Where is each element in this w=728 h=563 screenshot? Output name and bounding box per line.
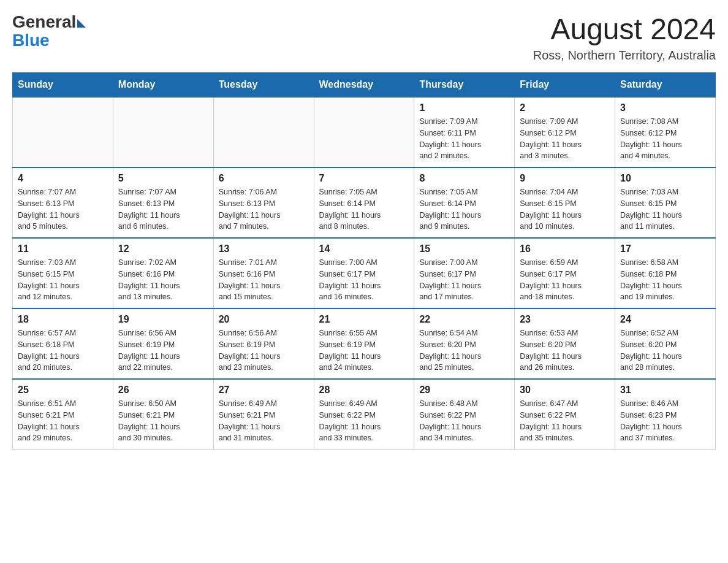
calendar-cell <box>113 97 213 167</box>
day-info: Sunrise: 7:07 AM Sunset: 6:13 PM Dayligh… <box>118 186 208 232</box>
day-number: 17 <box>620 243 710 255</box>
calendar-table: SundayMondayTuesdayWednesdayThursdayFrid… <box>12 72 716 450</box>
day-number: 9 <box>520 173 610 184</box>
logo-general-text: General <box>12 12 76 32</box>
day-number: 20 <box>219 314 309 325</box>
day-number: 26 <box>118 385 208 396</box>
calendar-cell: 26Sunrise: 6:50 AM Sunset: 6:21 PM Dayli… <box>113 379 213 450</box>
calendar-cell: 6Sunrise: 7:06 AM Sunset: 6:13 PM Daylig… <box>213 167 314 238</box>
day-info: Sunrise: 7:07 AM Sunset: 6:13 PM Dayligh… <box>18 186 108 232</box>
day-number: 19 <box>118 314 208 325</box>
day-info: Sunrise: 6:48 AM Sunset: 6:22 PM Dayligh… <box>419 398 509 444</box>
day-number: 1 <box>419 102 509 113</box>
calendar-cell: 14Sunrise: 7:00 AM Sunset: 6:17 PM Dayli… <box>314 238 414 308</box>
calendar-cell: 9Sunrise: 7:04 AM Sunset: 6:15 PM Daylig… <box>515 167 615 238</box>
location-subtitle: Ross, Northern Territory, Australia <box>533 48 716 63</box>
calendar-cell <box>213 97 314 167</box>
logo: General Blue <box>12 12 86 50</box>
day-info: Sunrise: 7:02 AM Sunset: 6:16 PM Dayligh… <box>118 257 208 303</box>
calendar-cell: 16Sunrise: 6:59 AM Sunset: 6:17 PM Dayli… <box>515 238 615 308</box>
day-number: 30 <box>520 385 610 396</box>
calendar-cell: 25Sunrise: 6:51 AM Sunset: 6:21 PM Dayli… <box>13 379 113 450</box>
calendar-cell: 7Sunrise: 7:05 AM Sunset: 6:14 PM Daylig… <box>314 167 414 238</box>
day-number: 24 <box>620 314 710 325</box>
calendar-cell: 5Sunrise: 7:07 AM Sunset: 6:13 PM Daylig… <box>113 167 213 238</box>
day-number: 14 <box>319 243 409 255</box>
day-number: 22 <box>419 314 509 325</box>
calendar-cell: 15Sunrise: 7:00 AM Sunset: 6:17 PM Dayli… <box>414 238 515 308</box>
calendar-cell: 23Sunrise: 6:53 AM Sunset: 6:20 PM Dayli… <box>515 308 615 379</box>
day-info: Sunrise: 6:56 AM Sunset: 6:19 PM Dayligh… <box>219 327 309 373</box>
day-info: Sunrise: 7:05 AM Sunset: 6:14 PM Dayligh… <box>319 186 409 232</box>
calendar-cell: 1Sunrise: 7:09 AM Sunset: 6:11 PM Daylig… <box>414 97 515 167</box>
month-title: August 2024 <box>533 12 716 46</box>
week-row-1: 1Sunrise: 7:09 AM Sunset: 6:11 PM Daylig… <box>13 97 716 167</box>
day-info: Sunrise: 7:03 AM Sunset: 6:15 PM Dayligh… <box>18 257 108 303</box>
day-number: 8 <box>419 173 509 184</box>
calendar-cell: 11Sunrise: 7:03 AM Sunset: 6:15 PM Dayli… <box>13 238 113 308</box>
header-wednesday: Wednesday <box>314 73 414 98</box>
day-info: Sunrise: 7:00 AM Sunset: 6:17 PM Dayligh… <box>319 257 409 303</box>
day-info: Sunrise: 6:53 AM Sunset: 6:20 PM Dayligh… <box>520 327 610 373</box>
page-header: General Blue August 2024 Ross, Northern … <box>12 12 716 63</box>
calendar-cell: 31Sunrise: 6:46 AM Sunset: 6:23 PM Dayli… <box>615 379 716 450</box>
calendar-header-row: SundayMondayTuesdayWednesdayThursdayFrid… <box>13 73 716 98</box>
day-info: Sunrise: 6:46 AM Sunset: 6:23 PM Dayligh… <box>620 398 710 444</box>
day-info: Sunrise: 7:01 AM Sunset: 6:16 PM Dayligh… <box>219 257 309 303</box>
day-number: 4 <box>18 173 108 184</box>
day-number: 25 <box>18 385 108 396</box>
day-number: 7 <box>319 173 409 184</box>
week-row-2: 4Sunrise: 7:07 AM Sunset: 6:13 PM Daylig… <box>13 167 716 238</box>
day-info: Sunrise: 7:04 AM Sunset: 6:15 PM Dayligh… <box>520 186 610 232</box>
week-row-4: 18Sunrise: 6:57 AM Sunset: 6:18 PM Dayli… <box>13 308 716 379</box>
logo-blue-text: Blue <box>12 31 50 50</box>
logo-arrow-icon <box>77 19 86 28</box>
calendar-cell: 20Sunrise: 6:56 AM Sunset: 6:19 PM Dayli… <box>213 308 314 379</box>
calendar-cell: 13Sunrise: 7:01 AM Sunset: 6:16 PM Dayli… <box>213 238 314 308</box>
week-row-3: 11Sunrise: 7:03 AM Sunset: 6:15 PM Dayli… <box>13 238 716 308</box>
calendar-cell: 24Sunrise: 6:52 AM Sunset: 6:20 PM Dayli… <box>615 308 716 379</box>
day-info: Sunrise: 6:49 AM Sunset: 6:22 PM Dayligh… <box>319 398 409 444</box>
day-number: 10 <box>620 173 710 184</box>
day-info: Sunrise: 6:51 AM Sunset: 6:21 PM Dayligh… <box>18 398 108 444</box>
header-thursday: Thursday <box>414 73 515 98</box>
day-number: 13 <box>219 243 309 255</box>
day-info: Sunrise: 7:03 AM Sunset: 6:15 PM Dayligh… <box>620 186 710 232</box>
day-info: Sunrise: 7:08 AM Sunset: 6:12 PM Dayligh… <box>620 116 710 162</box>
day-number: 6 <box>219 173 309 184</box>
day-info: Sunrise: 6:58 AM Sunset: 6:18 PM Dayligh… <box>620 257 710 303</box>
week-row-5: 25Sunrise: 6:51 AM Sunset: 6:21 PM Dayli… <box>13 379 716 450</box>
calendar-cell: 4Sunrise: 7:07 AM Sunset: 6:13 PM Daylig… <box>13 167 113 238</box>
day-info: Sunrise: 6:49 AM Sunset: 6:21 PM Dayligh… <box>219 398 309 444</box>
calendar-cell: 17Sunrise: 6:58 AM Sunset: 6:18 PM Dayli… <box>615 238 716 308</box>
day-info: Sunrise: 7:00 AM Sunset: 6:17 PM Dayligh… <box>419 257 509 303</box>
day-info: Sunrise: 6:59 AM Sunset: 6:17 PM Dayligh… <box>520 257 610 303</box>
day-number: 15 <box>419 243 509 255</box>
header-friday: Friday <box>515 73 615 98</box>
calendar-cell: 2Sunrise: 7:09 AM Sunset: 6:12 PM Daylig… <box>515 97 615 167</box>
calendar-cell: 30Sunrise: 6:47 AM Sunset: 6:22 PM Dayli… <box>515 379 615 450</box>
day-number: 12 <box>118 243 208 255</box>
day-number: 2 <box>520 102 610 113</box>
calendar-cell <box>314 97 414 167</box>
calendar-cell: 8Sunrise: 7:05 AM Sunset: 6:14 PM Daylig… <box>414 167 515 238</box>
calendar-cell: 21Sunrise: 6:55 AM Sunset: 6:19 PM Dayli… <box>314 308 414 379</box>
calendar-cell: 19Sunrise: 6:56 AM Sunset: 6:19 PM Dayli… <box>113 308 213 379</box>
day-info: Sunrise: 7:05 AM Sunset: 6:14 PM Dayligh… <box>419 186 509 232</box>
day-info: Sunrise: 6:57 AM Sunset: 6:18 PM Dayligh… <box>18 327 108 373</box>
day-info: Sunrise: 6:47 AM Sunset: 6:22 PM Dayligh… <box>520 398 610 444</box>
day-info: Sunrise: 6:56 AM Sunset: 6:19 PM Dayligh… <box>118 327 208 373</box>
calendar-cell: 12Sunrise: 7:02 AM Sunset: 6:16 PM Dayli… <box>113 238 213 308</box>
day-number: 29 <box>419 385 509 396</box>
day-info: Sunrise: 6:55 AM Sunset: 6:19 PM Dayligh… <box>319 327 409 373</box>
calendar-cell: 28Sunrise: 6:49 AM Sunset: 6:22 PM Dayli… <box>314 379 414 450</box>
day-number: 11 <box>18 243 108 255</box>
day-number: 23 <box>520 314 610 325</box>
day-info: Sunrise: 7:06 AM Sunset: 6:13 PM Dayligh… <box>219 186 309 232</box>
day-info: Sunrise: 6:54 AM Sunset: 6:20 PM Dayligh… <box>419 327 509 373</box>
day-number: 28 <box>319 385 409 396</box>
title-section: August 2024 Ross, Northern Territory, Au… <box>533 12 716 63</box>
calendar-cell: 18Sunrise: 6:57 AM Sunset: 6:18 PM Dayli… <box>13 308 113 379</box>
day-number: 3 <box>620 102 710 113</box>
day-number: 5 <box>118 173 208 184</box>
